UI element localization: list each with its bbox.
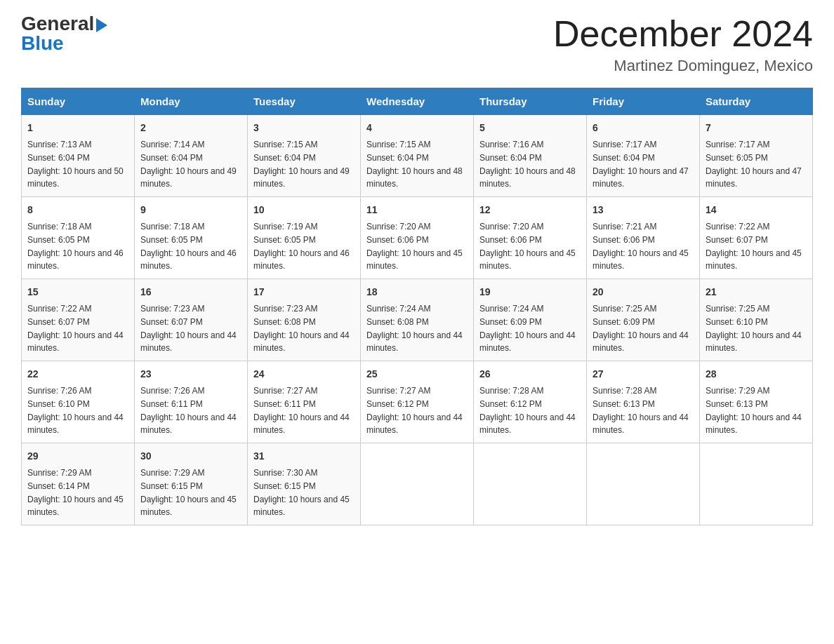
calendar-cell	[474, 443, 587, 525]
page-subtitle: Martinez Dominguez, Mexico	[553, 57, 813, 75]
day-number: 9	[140, 203, 241, 217]
calendar-cell: 11Sunrise: 7:20 AMSunset: 6:06 PMDayligh…	[361, 197, 474, 279]
day-number: 28	[706, 367, 807, 382]
day-number: 6	[593, 121, 694, 135]
calendar-cell: 10Sunrise: 7:19 AMSunset: 6:05 PMDayligh…	[248, 197, 361, 279]
day-info: Sunrise: 7:13 AMSunset: 6:04 PMDaylight:…	[27, 140, 124, 189]
calendar-week-2: 8Sunrise: 7:18 AMSunset: 6:05 PMDaylight…	[22, 197, 813, 279]
day-number: 13	[593, 203, 694, 217]
day-number: 16	[140, 285, 241, 300]
calendar-week-5: 29Sunrise: 7:29 AMSunset: 6:14 PMDayligh…	[22, 443, 813, 525]
logo-arrow-icon	[96, 18, 107, 32]
calendar-cell: 21Sunrise: 7:25 AMSunset: 6:10 PMDayligh…	[700, 279, 813, 361]
day-info: Sunrise: 7:21 AMSunset: 6:06 PMDaylight:…	[593, 222, 689, 271]
header-friday: Friday	[587, 88, 700, 115]
calendar-cell	[587, 443, 700, 525]
calendar-cell: 6Sunrise: 7:17 AMSunset: 6:04 PMDaylight…	[587, 115, 700, 197]
day-number: 21	[706, 285, 807, 300]
day-number: 26	[479, 367, 581, 382]
day-info: Sunrise: 7:17 AMSunset: 6:05 PMDaylight:…	[706, 140, 802, 189]
day-info: Sunrise: 7:27 AMSunset: 6:11 PMDaylight:…	[253, 386, 350, 435]
day-info: Sunrise: 7:15 AMSunset: 6:04 PMDaylight:…	[366, 140, 463, 189]
day-info: Sunrise: 7:18 AMSunset: 6:05 PMDaylight:…	[140, 222, 237, 271]
day-number: 2	[140, 121, 241, 135]
calendar-cell: 2Sunrise: 7:14 AMSunset: 6:04 PMDaylight…	[135, 115, 248, 197]
calendar-cell: 26Sunrise: 7:28 AMSunset: 6:12 PMDayligh…	[474, 361, 587, 443]
calendar-cell: 30Sunrise: 7:29 AMSunset: 6:15 PMDayligh…	[135, 443, 248, 525]
day-info: Sunrise: 7:28 AMSunset: 6:12 PMDaylight:…	[479, 386, 576, 435]
calendar-cell: 18Sunrise: 7:24 AMSunset: 6:08 PMDayligh…	[361, 279, 474, 361]
day-number: 30	[140, 449, 241, 464]
day-info: Sunrise: 7:26 AMSunset: 6:11 PMDaylight:…	[140, 386, 237, 435]
day-info: Sunrise: 7:22 AMSunset: 6:07 PMDaylight:…	[706, 222, 802, 271]
day-info: Sunrise: 7:29 AMSunset: 6:14 PMDaylight:…	[27, 468, 124, 517]
calendar-week-3: 15Sunrise: 7:22 AMSunset: 6:07 PMDayligh…	[22, 279, 813, 361]
calendar-cell: 27Sunrise: 7:28 AMSunset: 6:13 PMDayligh…	[587, 361, 700, 443]
page-header: General Blue December 2024 Martinez Domi…	[21, 14, 813, 75]
day-info: Sunrise: 7:29 AMSunset: 6:13 PMDaylight:…	[706, 386, 802, 435]
calendar-cell: 8Sunrise: 7:18 AMSunset: 6:05 PMDaylight…	[22, 197, 135, 279]
day-info: Sunrise: 7:17 AMSunset: 6:04 PMDaylight:…	[593, 140, 689, 189]
day-number: 29	[27, 449, 128, 464]
day-number: 4	[366, 121, 468, 135]
day-info: Sunrise: 7:25 AMSunset: 6:10 PMDaylight:…	[706, 304, 802, 353]
calendar-cell	[700, 443, 813, 525]
day-info: Sunrise: 7:29 AMSunset: 6:15 PMDaylight:…	[140, 468, 237, 517]
calendar-cell: 24Sunrise: 7:27 AMSunset: 6:11 PMDayligh…	[248, 361, 361, 443]
day-number: 17	[253, 285, 355, 300]
calendar-cell: 19Sunrise: 7:24 AMSunset: 6:09 PMDayligh…	[474, 279, 587, 361]
day-number: 7	[706, 121, 807, 135]
logo: General Blue	[21, 14, 107, 53]
calendar-header-row: Sunday Monday Tuesday Wednesday Thursday…	[22, 88, 813, 115]
day-number: 18	[366, 285, 468, 300]
calendar-cell: 16Sunrise: 7:23 AMSunset: 6:07 PMDayligh…	[135, 279, 248, 361]
calendar-cell: 12Sunrise: 7:20 AMSunset: 6:06 PMDayligh…	[474, 197, 587, 279]
day-number: 15	[27, 285, 128, 300]
day-number: 8	[27, 203, 128, 217]
header-tuesday: Tuesday	[248, 88, 361, 115]
day-number: 31	[253, 449, 355, 464]
calendar-cell: 1Sunrise: 7:13 AMSunset: 6:04 PMDaylight…	[22, 115, 135, 197]
page-title: December 2024	[553, 14, 813, 54]
calendar-cell: 15Sunrise: 7:22 AMSunset: 6:07 PMDayligh…	[22, 279, 135, 361]
day-info: Sunrise: 7:15 AMSunset: 6:04 PMDaylight:…	[253, 140, 350, 189]
day-info: Sunrise: 7:24 AMSunset: 6:09 PMDaylight:…	[479, 304, 576, 353]
calendar-table: Sunday Monday Tuesday Wednesday Thursday…	[21, 88, 813, 525]
title-block: December 2024 Martinez Dominguez, Mexico	[553, 14, 813, 75]
day-info: Sunrise: 7:18 AMSunset: 6:05 PMDaylight:…	[27, 222, 124, 271]
header-wednesday: Wednesday	[361, 88, 474, 115]
logo-blue-text: Blue	[21, 34, 64, 53]
calendar-cell: 13Sunrise: 7:21 AMSunset: 6:06 PMDayligh…	[587, 197, 700, 279]
day-info: Sunrise: 7:20 AMSunset: 6:06 PMDaylight:…	[366, 222, 463, 271]
calendar-cell: 5Sunrise: 7:16 AMSunset: 6:04 PMDaylight…	[474, 115, 587, 197]
day-number: 1	[27, 121, 128, 135]
day-info: Sunrise: 7:25 AMSunset: 6:09 PMDaylight:…	[593, 304, 689, 353]
day-number: 23	[140, 367, 241, 382]
calendar-cell: 31Sunrise: 7:30 AMSunset: 6:15 PMDayligh…	[248, 443, 361, 525]
calendar-cell: 4Sunrise: 7:15 AMSunset: 6:04 PMDaylight…	[361, 115, 474, 197]
day-number: 27	[593, 367, 694, 382]
calendar-cell: 20Sunrise: 7:25 AMSunset: 6:09 PMDayligh…	[587, 279, 700, 361]
calendar-cell: 7Sunrise: 7:17 AMSunset: 6:05 PMDaylight…	[700, 115, 813, 197]
calendar-cell: 23Sunrise: 7:26 AMSunset: 6:11 PMDayligh…	[135, 361, 248, 443]
calendar-week-4: 22Sunrise: 7:26 AMSunset: 6:10 PMDayligh…	[22, 361, 813, 443]
day-info: Sunrise: 7:14 AMSunset: 6:04 PMDaylight:…	[140, 140, 237, 189]
day-number: 5	[479, 121, 581, 135]
header-thursday: Thursday	[474, 88, 587, 115]
header-monday: Monday	[135, 88, 248, 115]
day-info: Sunrise: 7:30 AMSunset: 6:15 PMDaylight:…	[253, 468, 350, 517]
day-info: Sunrise: 7:24 AMSunset: 6:08 PMDaylight:…	[366, 304, 463, 353]
day-number: 22	[27, 367, 128, 382]
calendar-cell: 29Sunrise: 7:29 AMSunset: 6:14 PMDayligh…	[22, 443, 135, 525]
calendar-cell: 3Sunrise: 7:15 AMSunset: 6:04 PMDaylight…	[248, 115, 361, 197]
calendar-cell: 14Sunrise: 7:22 AMSunset: 6:07 PMDayligh…	[700, 197, 813, 279]
calendar-cell: 25Sunrise: 7:27 AMSunset: 6:12 PMDayligh…	[361, 361, 474, 443]
calendar-cell: 22Sunrise: 7:26 AMSunset: 6:10 PMDayligh…	[22, 361, 135, 443]
day-info: Sunrise: 7:27 AMSunset: 6:12 PMDaylight:…	[366, 386, 463, 435]
day-number: 24	[253, 367, 355, 382]
header-sunday: Sunday	[22, 88, 135, 115]
calendar-cell: 28Sunrise: 7:29 AMSunset: 6:13 PMDayligh…	[700, 361, 813, 443]
day-info: Sunrise: 7:19 AMSunset: 6:05 PMDaylight:…	[253, 222, 350, 271]
day-info: Sunrise: 7:26 AMSunset: 6:10 PMDaylight:…	[27, 386, 124, 435]
logo-general-text: General	[21, 14, 94, 34]
